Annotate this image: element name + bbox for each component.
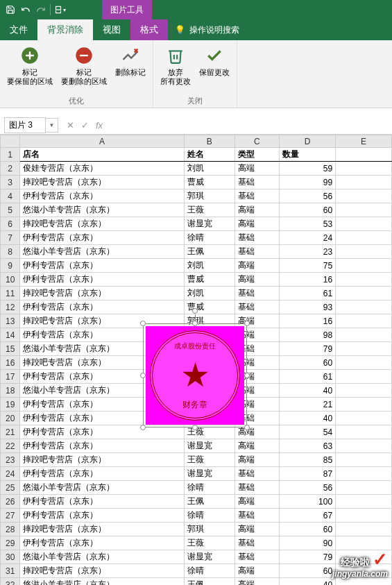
- cell[interactable]: 数量: [280, 148, 336, 162]
- row-header[interactable]: 15: [1, 342, 20, 356]
- resize-handle[interactable]: [244, 425, 250, 430]
- row-header[interactable]: 19: [1, 398, 20, 412]
- cell[interactable]: 悠滋小羊专营店（京东）: [20, 578, 185, 586]
- cell[interactable]: 79: [280, 550, 336, 564]
- cell[interactable]: 摔跤吧专营店（京东）: [20, 523, 185, 536]
- cell[interactable]: 高端: [235, 273, 280, 287]
- cell[interactable]: 54: [280, 425, 336, 439]
- row-header[interactable]: 5: [1, 203, 20, 217]
- cell[interactable]: 40: [280, 412, 336, 425]
- cell[interactable]: [336, 509, 392, 523]
- cell[interactable]: 99: [280, 176, 336, 189]
- row-header[interactable]: 24: [1, 467, 20, 481]
- cell[interactable]: 伊利专营店（京东）: [20, 495, 185, 509]
- cell[interactable]: 基础: [235, 550, 280, 564]
- cell[interactable]: 谢显宽: [184, 467, 235, 481]
- cell[interactable]: 40: [280, 384, 336, 398]
- cell[interactable]: 王薇: [184, 453, 235, 467]
- row-header[interactable]: 7: [1, 231, 20, 245]
- row-header[interactable]: 29: [1, 536, 20, 550]
- cell[interactable]: 98: [280, 328, 336, 342]
- row-header[interactable]: 3: [1, 176, 20, 189]
- row-header[interactable]: 32: [1, 578, 20, 586]
- row-header[interactable]: 13: [1, 314, 20, 328]
- cell[interactable]: 曹威: [184, 273, 235, 287]
- row-header[interactable]: 6: [1, 217, 20, 231]
- row-header[interactable]: 25: [1, 481, 20, 495]
- column-header[interactable]: A: [20, 135, 185, 148]
- row-header[interactable]: 16: [1, 356, 20, 370]
- cell[interactable]: 刘凯: [184, 287, 235, 300]
- cell[interactable]: 类型: [235, 148, 280, 162]
- row-header[interactable]: 30: [1, 550, 20, 564]
- cell[interactable]: 60: [280, 203, 336, 217]
- discard-changes-button[interactable]: 放弃 所有更改: [159, 43, 192, 94]
- fx-icon[interactable]: fх: [96, 120, 103, 130]
- row-header[interactable]: 26: [1, 495, 20, 509]
- cell[interactable]: 伊利专营店（京东）: [20, 259, 185, 273]
- confirm-formula-icon[interactable]: ✓: [81, 120, 89, 130]
- delete-mark-button[interactable]: 删除标记: [114, 43, 147, 94]
- cell[interactable]: [336, 384, 392, 398]
- cell[interactable]: 刘凯: [184, 162, 235, 176]
- cell[interactable]: 75: [280, 259, 336, 273]
- cell[interactable]: 基础: [235, 536, 280, 550]
- cell[interactable]: 高端: [235, 217, 280, 231]
- resize-handle[interactable]: [140, 425, 146, 430]
- cell[interactable]: 摔跤吧专营店（京东）: [20, 564, 185, 578]
- cell[interactable]: 王薇: [184, 203, 235, 217]
- cell[interactable]: 伊利专营店（京东）: [20, 536, 185, 550]
- cell[interactable]: 悠滋小羊专营店（京东）: [20, 203, 185, 217]
- cell[interactable]: 63: [280, 439, 336, 453]
- cell[interactable]: 伊利专营店（京东）: [20, 439, 185, 453]
- cell[interactable]: 姓名: [184, 148, 235, 162]
- quick-print-icon[interactable]: ▾: [52, 2, 67, 17]
- cell[interactable]: 俊娃专营店（京东）: [20, 162, 185, 176]
- cell[interactable]: 悠滋小羊专营店（京东）: [20, 245, 185, 259]
- undo-icon[interactable]: [18, 2, 33, 17]
- cell[interactable]: 85: [280, 453, 336, 467]
- row-header[interactable]: 14: [1, 328, 20, 342]
- row-header[interactable]: 18: [1, 384, 20, 398]
- cell[interactable]: 伊利专营店（京东）: [20, 189, 185, 203]
- cell[interactable]: 悠滋小羊专营店（京东）: [20, 550, 185, 564]
- name-box-dropdown[interactable]: ▼: [46, 118, 58, 133]
- cell[interactable]: 摔跤吧专营店（京东）: [20, 217, 185, 231]
- cell[interactable]: [336, 536, 392, 550]
- cell[interactable]: 24: [280, 231, 336, 245]
- cell[interactable]: [336, 231, 392, 245]
- row-header[interactable]: 27: [1, 509, 20, 523]
- cell[interactable]: 87: [280, 467, 336, 481]
- column-header[interactable]: B: [184, 135, 235, 148]
- cell[interactable]: [336, 300, 392, 314]
- cell[interactable]: 60: [280, 564, 336, 578]
- cell[interactable]: [336, 189, 392, 203]
- column-header[interactable]: D: [280, 135, 336, 148]
- resize-handle[interactable]: [192, 321, 198, 326]
- cell[interactable]: 伊利专营店（京东）: [20, 467, 185, 481]
- cell[interactable]: 90: [280, 536, 336, 550]
- cell[interactable]: [336, 287, 392, 300]
- row-header[interactable]: 20: [1, 412, 20, 425]
- cell[interactable]: 伊利专营店（京东）: [20, 273, 185, 287]
- cell[interactable]: 王佩: [184, 245, 235, 259]
- cell[interactable]: 王佩: [184, 495, 235, 509]
- redo-icon[interactable]: [33, 2, 49, 17]
- resize-handle[interactable]: [244, 321, 250, 326]
- cell[interactable]: 徐晴: [184, 481, 235, 495]
- cell[interactable]: 67: [280, 509, 336, 523]
- cell[interactable]: 徐晴: [184, 231, 235, 245]
- cell[interactable]: 伊利专营店（京东）: [20, 509, 185, 523]
- cell[interactable]: 徐晴: [184, 564, 235, 578]
- cell[interactable]: [336, 356, 392, 370]
- column-header[interactable]: E: [336, 135, 392, 148]
- cell[interactable]: 曹威: [184, 300, 235, 314]
- cell[interactable]: 100: [280, 495, 336, 509]
- cell[interactable]: 高端: [235, 578, 280, 586]
- cell[interactable]: 伊利专营店（京东）: [20, 300, 185, 314]
- cell[interactable]: 23: [280, 245, 336, 259]
- cell[interactable]: 伊利专营店（京东）: [20, 231, 185, 245]
- cell[interactable]: 基础: [235, 231, 280, 245]
- resize-handle[interactable]: [140, 373, 146, 378]
- cell[interactable]: [336, 162, 392, 176]
